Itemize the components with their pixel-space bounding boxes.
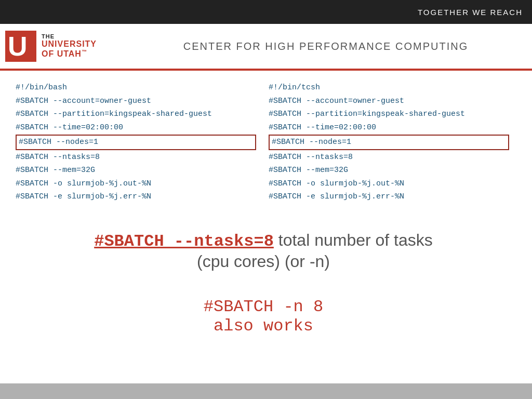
footer	[0, 383, 532, 399]
code-line: #SBATCH -o slurmjob-%j.out-%N	[16, 177, 258, 191]
code-line: #SBATCH --account=owner-guest	[269, 95, 511, 108]
right-code-column: #!/bin/tcsh#SBATCH --account=owner-guest…	[263, 81, 516, 204]
code-line: #SBATCH --ntasks=8	[269, 151, 511, 164]
code-line: #SBATCH --mem=32G	[269, 164, 511, 177]
code-reference: #SBATCH --ntasks=8	[94, 232, 274, 251]
description-line2: (cpu cores) (or -n)	[10, 252, 516, 271]
code-line: #SBATCH -e slurmjob-%j.err-%N	[16, 190, 258, 204]
tagline: TOGETHER WE REACH	[418, 8, 523, 17]
code-line: #!/bin/bash	[16, 81, 258, 95]
header: U THE UNIVERSITY OF UTAH™ CENTER FOR HIG…	[0, 24, 532, 71]
center-title: CENTER FOR HIGH PERFORMANCE COMPUTING	[183, 41, 468, 52]
code-line: #SBATCH --time=02:00:00	[269, 121, 511, 135]
code-line: #SBATCH --nodes=1	[269, 135, 509, 150]
description-line3: #SBATCH -n 8	[10, 297, 516, 316]
logo-text: THE UNIVERSITY OF UTAH™	[42, 33, 97, 59]
logo-area: U THE UNIVERSITY OF UTAH™	[5, 31, 119, 62]
code-line: #SBATCH -o slurmjob-%j.out-%N	[269, 177, 511, 191]
code-line: #SBATCH --partition=kingspeak-shared-gue…	[16, 108, 258, 121]
code-line: #SBATCH --account=owner-guest	[16, 95, 258, 108]
trademark-icon: ™	[82, 49, 87, 55]
code-line: #SBATCH --mem=32G	[16, 164, 258, 177]
left-code-column: #!/bin/bash#SBATCH --account=owner-guest…	[10, 81, 263, 204]
code-line: #SBATCH --nodes=1	[16, 135, 256, 150]
code-line: #SBATCH -e slurmjob-%j.err-%N	[269, 190, 511, 204]
logo-university: UNIVERSITY	[42, 39, 97, 49]
description-line1: #SBATCH --ntasks=8 total number of tasks	[10, 230, 516, 252]
code-line: #SBATCH --ntasks=8	[16, 151, 258, 164]
top-bar: TOGETHER WE REACH	[0, 0, 532, 24]
description: #SBATCH --ntasks=8 total number of tasks…	[10, 214, 516, 336]
description-line4: also works	[10, 316, 516, 336]
code-line: #!/bin/tcsh	[269, 81, 511, 95]
code-line: #SBATCH --time=02:00:00	[16, 121, 258, 135]
main-content: #!/bin/bash#SBATCH --account=owner-guest…	[0, 71, 532, 341]
logo-of-utah: OF UTAH™	[42, 49, 97, 59]
logo-the: THE	[42, 33, 97, 39]
university-logo-icon: U	[5, 31, 36, 62]
svg-text:U: U	[8, 31, 28, 61]
center-title-area: CENTER FOR HIGH PERFORMANCE COMPUTING	[119, 41, 532, 52]
code-line: #SBATCH --partition=kingspeak-shared-gue…	[269, 108, 511, 121]
code-columns: #!/bin/bash#SBATCH --account=owner-guest…	[10, 81, 516, 204]
